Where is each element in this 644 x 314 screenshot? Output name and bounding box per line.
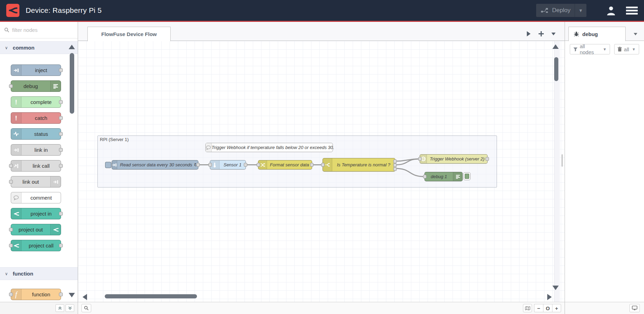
node-port[interactable] <box>244 163 247 167</box>
hamburger-icon <box>626 5 638 16</box>
palette-node-catch[interactable]: ! catch <box>11 112 61 124</box>
palette-node-comment[interactable]: comment <box>11 192 61 203</box>
node-port[interactable] <box>9 228 13 232</box>
canvas-search-button[interactable] <box>81 304 91 312</box>
node-port[interactable] <box>321 163 325 167</box>
zoom-reset-button[interactable]: O <box>543 304 552 312</box>
canvas-scroll-down[interactable] <box>552 286 559 290</box>
canvas-vscrollbar-thumb[interactable] <box>554 57 558 81</box>
monitor-icon <box>632 306 637 311</box>
comment-node[interactable]: Trigger Webhook if temperature falls bel… <box>205 143 333 152</box>
palette-category-common[interactable]: ∨ common <box>0 41 78 54</box>
node-port[interactable] <box>257 163 260 167</box>
palette-node-project-in[interactable]: project in <box>11 208 61 219</box>
node-port[interactable] <box>59 68 63 72</box>
node-port-out-3[interactable] <box>393 167 397 171</box>
link-in-icon <box>11 145 22 155</box>
open-in-window-button[interactable] <box>629 304 640 312</box>
change-node[interactable]: Format sensor data <box>258 160 312 169</box>
node-port-out-2[interactable] <box>393 163 397 167</box>
palette-category-function[interactable]: ∨ function <box>0 267 78 280</box>
sidebar-tabs-caret[interactable] <box>629 27 641 41</box>
debug-filter-button[interactable]: all nodes ▼ <box>570 44 610 54</box>
node-port[interactable] <box>9 180 13 184</box>
inject-trigger-button[interactable] <box>105 162 111 168</box>
flowfuse-logo-glyph <box>8 5 18 16</box>
node-port[interactable] <box>486 157 489 161</box>
deploy-options-caret[interactable]: ▼ <box>575 4 586 17</box>
palette-scroll-up[interactable] <box>69 45 75 49</box>
palette-expand-all-button[interactable] <box>66 304 74 312</box>
deploy-label: Deploy <box>552 7 570 14</box>
palette-node-link-in[interactable]: link in <box>11 144 61 156</box>
comment-bubble-icon <box>206 143 212 152</box>
debug-icon <box>453 172 462 181</box>
node-port[interactable] <box>9 84 13 88</box>
palette-node-link-out[interactable]: link out <box>11 176 61 187</box>
canvas-scroll-left[interactable] <box>83 294 87 300</box>
canvas-scroll-right[interactable] <box>547 294 552 300</box>
http-request-node[interactable]: Trigger Webhook (server 2) <box>420 154 488 164</box>
flow-canvas[interactable]: RPI (Server 1) Trigger Webhook if temper… <box>78 41 565 302</box>
palette-node-list: inject debug ! complete ! catch <box>0 54 78 267</box>
debug-clear-button[interactable]: all ▼ <box>614 44 639 54</box>
node-port-out-1[interactable] <box>393 159 397 163</box>
debug-enable-toggle[interactable] <box>463 172 471 180</box>
inject-icon <box>11 65 22 76</box>
node-port[interactable] <box>59 116 63 120</box>
node-port[interactable] <box>59 100 63 104</box>
zoom-out-button[interactable]: − <box>534 304 543 312</box>
canvas-scroll-up[interactable] <box>552 44 559 49</box>
palette-node-project-call[interactable]: project call <box>11 240 61 251</box>
add-flow-button[interactable] <box>535 27 547 41</box>
canvas-hscrollbar-thumb[interactable] <box>105 294 197 298</box>
next-tab-button[interactable] <box>522 27 535 41</box>
deploy-icon <box>541 8 549 13</box>
tab-debug[interactable]: debug <box>568 27 626 41</box>
node-port[interactable] <box>59 164 63 168</box>
node-port[interactable] <box>9 164 13 168</box>
palette-node-inject[interactable]: inject <box>11 64 61 76</box>
node-port[interactable] <box>59 148 63 152</box>
zoom-in-button[interactable]: + <box>552 304 561 312</box>
node-port[interactable] <box>59 212 63 216</box>
outer-scrollbar-thumb[interactable] <box>561 154 563 167</box>
palette-scroll-down[interactable] <box>69 293 75 297</box>
exclamation-icon: ! <box>11 97 22 107</box>
node-port[interactable] <box>9 293 13 296</box>
node-port[interactable] <box>208 163 212 167</box>
node-port[interactable] <box>59 244 63 247</box>
tab-flowfuse-device-flow[interactable]: FlowFuse Device Flow <box>87 27 171 41</box>
node-port[interactable] <box>418 157 422 161</box>
node-port[interactable] <box>9 244 13 247</box>
node-port[interactable] <box>196 163 200 167</box>
workspace-tabbar: FlowFuse Device Flow <box>78 22 565 41</box>
node-port[interactable] <box>310 163 314 167</box>
palette-node-function[interactable]: f function <box>11 289 61 300</box>
switch-node[interactable]: Is Temperature is normal ? <box>323 158 395 172</box>
debug-node[interactable]: debug 1 <box>424 172 463 181</box>
node-port[interactable] <box>423 175 427 178</box>
magnifier-icon <box>4 27 9 33</box>
sidebar-header: debug <box>565 22 644 41</box>
node-port[interactable] <box>59 293 63 296</box>
inject-node[interactable]: Read sensor data every 30 seconds ↻ <box>112 160 198 169</box>
palette-scrollbar-thumb[interactable] <box>70 53 74 114</box>
palette-node-complete[interactable]: ! complete <box>11 96 61 108</box>
palette-node-debug[interactable]: debug <box>11 80 61 92</box>
node-port[interactable] <box>59 132 63 136</box>
deploy-button[interactable]: Deploy ▼ <box>536 4 586 17</box>
trash-icon <box>618 47 622 52</box>
palette-node-project-out[interactable]: project out <box>11 224 61 235</box>
flowfuse-logo <box>6 4 19 17</box>
palette-collapse-all-button[interactable] <box>55 304 64 312</box>
palette-node-link-call[interactable]: link call <box>11 160 61 172</box>
palette-node-status[interactable]: status <box>11 128 61 140</box>
minimap-toggle-button[interactable] <box>523 304 532 312</box>
group-label: RPI (Server 1) <box>100 137 129 142</box>
flow-list-caret[interactable] <box>547 27 560 41</box>
palette-filter-input[interactable] <box>12 27 64 33</box>
sensor-node[interactable]: Sensor 1 <box>210 160 246 169</box>
main-menu-button[interactable] <box>626 5 638 16</box>
user-menu-button[interactable] <box>605 5 617 16</box>
